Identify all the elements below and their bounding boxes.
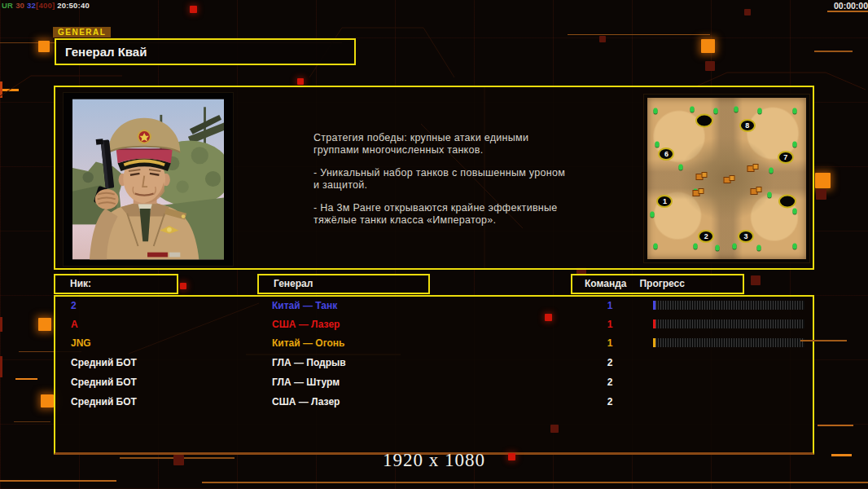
game-info-screen: UR3032[400]20:50:40 00:00:00 GENERAL Ген… xyxy=(0,0,868,489)
map-green-marker xyxy=(793,108,797,113)
player-nick: Средний БОТ xyxy=(71,396,137,408)
map-building-marker xyxy=(747,165,754,172)
player-row: 2 Китай — Танк 1 xyxy=(55,300,813,318)
map-green-marker xyxy=(713,108,717,113)
description-line: Стратегия победы: крупные атаки едиными xyxy=(313,132,587,144)
general-description: Стратегия победы: крупные атаки едиными … xyxy=(313,132,587,227)
map-spawn-marker xyxy=(695,113,713,127)
map-green-marker xyxy=(793,244,797,249)
general-portrait-frame xyxy=(63,92,234,267)
dim-square-decor xyxy=(599,36,606,42)
map-green-marker xyxy=(653,244,657,249)
status-clock: 20:50:40 xyxy=(57,1,90,10)
map-building-marker xyxy=(696,174,704,180)
map-green-marker xyxy=(650,211,654,217)
orange-square-decor xyxy=(701,39,715,53)
map-green-marker xyxy=(733,244,737,249)
map-green-marker xyxy=(793,208,797,214)
map-green-marker xyxy=(690,106,694,112)
general-title-box: Генерал Квай xyxy=(55,38,356,65)
player-team: 1 xyxy=(598,300,622,311)
red-square-decor xyxy=(180,283,186,289)
player-row: A США — Лазер 1 xyxy=(55,319,813,337)
player-progress-bar xyxy=(653,319,804,328)
gentool-status-bar: UR3032[400]20:50:40 xyxy=(2,1,92,10)
player-nick: JNG xyxy=(71,337,91,349)
player-team: 2 xyxy=(598,357,622,368)
player-general: ГЛА — Штурм xyxy=(272,377,340,388)
header-team-label: Команда xyxy=(585,278,626,289)
map-green-marker xyxy=(756,245,761,251)
description-line xyxy=(313,192,587,202)
minimap: 867123 xyxy=(647,98,806,259)
player-row: Средний БОТ США — Лазер 2 xyxy=(55,396,813,414)
description-line: тяжёлые танки класса «Император». xyxy=(313,214,587,227)
status-value-3: [400] xyxy=(36,1,55,10)
player-progress-bar xyxy=(653,338,804,347)
player-general: США — Лазер xyxy=(272,319,340,330)
header-general-label: Генерал xyxy=(274,278,313,289)
player-nick: Средний БОТ xyxy=(71,357,137,368)
player-team: 2 xyxy=(598,377,622,388)
header-general: Генерал xyxy=(257,274,430,294)
player-team: 1 xyxy=(598,337,622,349)
map-spawn-marker-7: 7 xyxy=(778,151,794,164)
map-building-marker xyxy=(693,190,700,196)
map-green-marker xyxy=(758,108,762,113)
map-spawn-marker-3: 3 xyxy=(738,230,754,243)
orange-square-decor xyxy=(815,173,831,188)
status-value-1: 30 xyxy=(15,1,24,10)
red-square-decor xyxy=(297,78,304,85)
general-tag-label: GENERAL xyxy=(53,27,111,37)
player-general: США — Лазер xyxy=(272,396,340,408)
status-ur: UR xyxy=(2,1,13,10)
header-nick: Ник: xyxy=(54,274,178,294)
description-line xyxy=(313,156,587,167)
map-green-marker xyxy=(769,168,774,174)
progress-tick xyxy=(653,319,655,328)
header-team-progress: КомандаПрогресс xyxy=(571,274,744,294)
player-general: Китай — Огонь xyxy=(272,337,344,349)
map-building-marker xyxy=(723,177,730,183)
map-green-marker xyxy=(768,192,772,197)
map-green-marker xyxy=(655,142,659,148)
map-green-marker xyxy=(678,165,682,170)
match-timer: 00:00:00 xyxy=(821,1,868,11)
description-line: и защитой. xyxy=(313,179,587,192)
map-spawn-marker-6: 6 xyxy=(658,148,674,161)
description-line: - Уникальный набор танков с повышенным у… xyxy=(313,167,587,179)
player-general: ГЛА — Подрыв xyxy=(272,357,346,368)
description-line: - На 3м Ранге открываются крайне эффекти… xyxy=(313,202,587,214)
player-progress-bar xyxy=(653,301,804,310)
player-team: 1 xyxy=(598,319,622,330)
map-spawn-marker-8: 8 xyxy=(739,119,756,132)
map-spawn-marker-2: 2 xyxy=(698,230,714,243)
dim-square-decor xyxy=(744,9,751,15)
red-square-decor xyxy=(545,314,552,321)
orange-square-decor xyxy=(38,41,50,52)
general-portrait-image xyxy=(72,96,224,262)
player-nick: A xyxy=(71,319,78,330)
general-name: Генерал Квай xyxy=(65,45,147,59)
dim-square-decor xyxy=(816,189,826,200)
dim-square-decor xyxy=(751,275,761,285)
map-green-marker xyxy=(653,108,657,113)
dim-square-decor xyxy=(705,61,715,71)
red-square-decor xyxy=(190,6,197,13)
resolution-label: 1920 x 1080 xyxy=(0,450,868,471)
orange-square-decor xyxy=(38,318,51,331)
player-general: Китай — Танк xyxy=(272,300,337,311)
header-nick-label: Ник: xyxy=(70,278,91,289)
map-building-marker xyxy=(750,188,757,195)
header-progress-label: Прогресс xyxy=(639,278,684,289)
player-nick: Средний БОТ xyxy=(71,377,137,388)
map-green-marker xyxy=(793,142,797,148)
map-spawn-marker xyxy=(778,194,796,208)
orange-line-decor xyxy=(800,340,847,341)
player-nick: 2 xyxy=(71,300,77,311)
player-row: Средний БОТ ГЛА — Штурм 2 xyxy=(55,377,813,394)
progress-tick xyxy=(653,301,655,310)
player-row: JNG Китай — Огонь 1 xyxy=(55,337,813,355)
map-green-marker xyxy=(693,244,697,249)
description-line: группами многочисленных танков. xyxy=(313,144,587,156)
